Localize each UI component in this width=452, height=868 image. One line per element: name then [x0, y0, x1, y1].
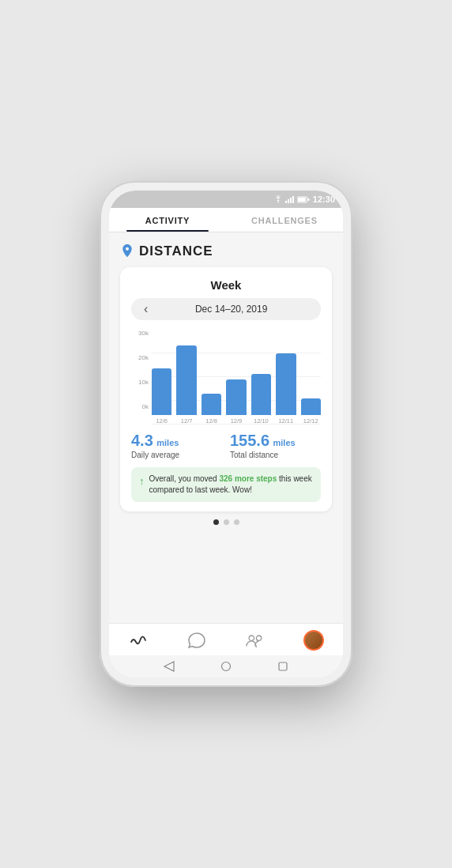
- home-circle-icon: [220, 661, 232, 672]
- bar-label-12/7: 12/7: [181, 417, 193, 425]
- up-arrow-icon: ↑: [139, 474, 145, 489]
- card-period: Week: [131, 278, 321, 292]
- svg-rect-6: [307, 198, 309, 201]
- activity-card: Week ‹ Dec 14–20, 2019 30k 20k 10k 0k: [120, 267, 332, 511]
- main-content: DISTANCE Week ‹ Dec 14–20, 2019 30k 20k …: [109, 232, 343, 623]
- phone-screen: 12:30 ACTIVITY CHALLENGES DISTANCE Week …: [109, 191, 343, 677]
- bar-label-12/6: 12/6: [156, 417, 168, 425]
- stat-label-daily: Daily average: [131, 451, 222, 459]
- section-title: DISTANCE: [139, 243, 213, 259]
- system-nav: [109, 655, 343, 677]
- home-sys-button[interactable]: [220, 660, 232, 673]
- location-pin-icon: [120, 244, 134, 259]
- bar-12/10: [251, 374, 271, 415]
- bar-label-12/12: 12/12: [303, 417, 318, 425]
- back-triangle-icon: [164, 661, 175, 672]
- dot-3: [234, 519, 239, 525]
- bar-col-12/12: 12/12: [301, 330, 321, 425]
- status-bar: 12:30: [109, 191, 343, 208]
- recent-sys-button[interactable]: [277, 660, 289, 673]
- bar-col-12/6: 12/6: [152, 330, 171, 425]
- nav-profile[interactable]: [284, 630, 343, 651]
- bar-12/9: [226, 379, 246, 415]
- svg-point-9: [256, 636, 261, 640]
- groups-nav-icon: [246, 631, 265, 650]
- chart-grid: 12/612/712/812/912/1012/1112/12: [152, 330, 321, 425]
- chart-bars-wrapper: 12/612/712/812/912/1012/1112/12: [152, 330, 321, 425]
- bar-label-12/9: 12/9: [231, 417, 243, 425]
- bar-12/8: [202, 394, 221, 415]
- bar-col-12/8: 12/8: [202, 330, 221, 425]
- stat-value-daily: 4.3 miles: [131, 432, 222, 449]
- status-icons: [273, 195, 310, 203]
- stat-daily-avg: 4.3 miles Daily average: [131, 432, 222, 459]
- bar-12/7: [176, 345, 196, 415]
- status-time: 12:30: [313, 194, 335, 204]
- info-text: Overall, you moved 326 more steps this w…: [149, 474, 314, 496]
- recent-square-icon: [278, 662, 288, 671]
- svg-rect-2: [288, 199, 289, 203]
- nav-messages[interactable]: [168, 630, 226, 651]
- bar-label-12/11: 12/11: [278, 417, 293, 425]
- tab-activity[interactable]: ACTIVITY: [109, 208, 226, 232]
- nav-groups[interactable]: [226, 630, 284, 651]
- info-banner: ↑ Overall, you moved 326 more steps this…: [131, 467, 321, 502]
- stat-total-distance: 155.6 miles Total distance: [230, 432, 321, 459]
- chat-nav-icon: [187, 631, 206, 650]
- bar-label-12/10: 12/10: [254, 417, 269, 425]
- activity-nav-icon: [129, 631, 148, 650]
- bar-col-12/11: 12/11: [276, 330, 296, 425]
- bar-col-12/9: 12/9: [226, 330, 246, 425]
- dot-1: [213, 519, 219, 525]
- svg-rect-3: [290, 198, 292, 203]
- svg-rect-1: [285, 201, 287, 203]
- stat-label-total: Total distance: [230, 451, 321, 459]
- bottom-nav: [109, 623, 343, 655]
- y-label-0k: 0k: [131, 403, 149, 410]
- svg-point-11: [222, 662, 231, 671]
- date-range-label: Dec 14–20, 2019: [151, 304, 311, 315]
- svg-marker-10: [164, 662, 174, 671]
- nav-activity[interactable]: [109, 630, 168, 651]
- tab-challenges[interactable]: CHALLENGES: [226, 208, 343, 232]
- y-label-20k: 20k: [131, 354, 149, 361]
- date-back-button[interactable]: ‹: [141, 302, 151, 316]
- stats-row: 4.3 miles Daily average 155.6 miles Tota…: [131, 432, 321, 459]
- bar-col-12/7: 12/7: [176, 330, 196, 425]
- wifi-icon: [273, 195, 283, 203]
- y-label-10k: 10k: [131, 379, 149, 386]
- section-header: DISTANCE: [120, 243, 332, 259]
- profile-avatar: [303, 630, 324, 651]
- tab-bar: ACTIVITY CHALLENGES: [109, 208, 343, 232]
- bar-col-12/10: 12/10: [251, 330, 271, 425]
- info-text-before: Overall, you moved: [149, 474, 220, 483]
- bar-label-12/8: 12/8: [205, 417, 217, 425]
- dot-2: [224, 519, 229, 525]
- y-label-30k: 30k: [131, 330, 149, 337]
- signal-icon: [285, 195, 295, 203]
- bar-12/6: [152, 368, 171, 415]
- back-sys-button[interactable]: [163, 660, 175, 673]
- battery-icon: [297, 196, 310, 203]
- chart-area: 30k 20k 10k 0k 12/612/712/812/912/1012/1…: [131, 330, 321, 425]
- date-nav: ‹ Dec 14–20, 2019: [131, 298, 321, 320]
- svg-rect-7: [298, 198, 306, 202]
- svg-point-0: [277, 202, 279, 203]
- svg-rect-4: [292, 196, 294, 203]
- pagination-dots: [120, 519, 332, 525]
- chart-y-labels: 30k 20k 10k 0k: [131, 330, 149, 425]
- svg-rect-12: [279, 662, 287, 670]
- bar-12/12: [301, 398, 321, 415]
- bar-12/11: [276, 353, 296, 415]
- stat-value-total: 155.6 miles: [230, 432, 321, 449]
- svg-point-8: [249, 636, 254, 640]
- info-highlight: 326 more steps: [219, 474, 277, 483]
- phone-frame: 12:30 ACTIVITY CHALLENGES DISTANCE Week …: [100, 181, 352, 687]
